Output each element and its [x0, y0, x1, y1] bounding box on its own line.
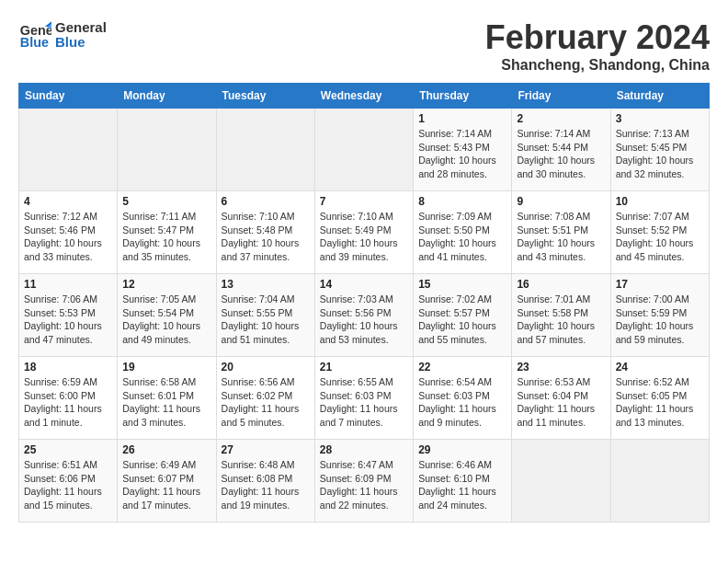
calendar-cell: 16Sunrise: 7:01 AMSunset: 5:58 PMDayligh…: [512, 274, 610, 357]
calendar-cell: 14Sunrise: 7:03 AMSunset: 5:56 PMDayligh…: [314, 274, 413, 357]
day-info: Sunrise: 6:53 AMSunset: 6:04 PMDaylight:…: [517, 375, 605, 430]
day-info: Sunrise: 6:52 AMSunset: 6:05 PMDaylight:…: [616, 375, 704, 430]
calendar-cell: [118, 109, 216, 191]
calendar-cell: 19Sunrise: 6:58 AMSunset: 6:01 PMDayligh…: [118, 357, 216, 440]
calendar-cell: 6Sunrise: 7:10 AMSunset: 5:48 PMDaylight…: [216, 191, 314, 274]
day-number: 3: [616, 112, 704, 125]
day-number: 21: [320, 361, 408, 373]
day-number: 17: [616, 278, 704, 291]
calendar-cell: 18Sunrise: 6:59 AMSunset: 6:00 PMDayligh…: [19, 357, 118, 440]
day-info: Sunrise: 6:58 AMSunset: 6:01 PMDaylight:…: [122, 375, 210, 430]
day-info: Sunrise: 7:00 AMSunset: 5:59 PMDaylight:…: [616, 293, 704, 347]
day-info: Sunrise: 6:59 AMSunset: 6:00 PMDaylight:…: [24, 375, 112, 430]
day-info: Sunrise: 7:10 AMSunset: 5:48 PMDaylight:…: [222, 210, 310, 264]
calendar-cell: 7Sunrise: 7:10 AMSunset: 5:49 PMDaylight…: [314, 191, 413, 274]
calendar-cell: [216, 109, 314, 191]
day-info: Sunrise: 7:09 AMSunset: 5:50 PMDaylight:…: [418, 210, 506, 264]
day-info: Sunrise: 7:02 AMSunset: 5:57 PMDaylight:…: [418, 293, 506, 347]
calendar-cell: 28Sunrise: 6:47 AMSunset: 6:09 PMDayligh…: [314, 440, 413, 523]
day-number: 24: [616, 361, 704, 373]
page-header: General Blue General Blue February 2024 …: [18, 18, 710, 74]
calendar-cell: 17Sunrise: 7:00 AMSunset: 5:59 PMDayligh…: [610, 274, 709, 357]
logo: General Blue General Blue: [18, 18, 107, 52]
calendar-cell: 26Sunrise: 6:49 AMSunset: 6:07 PMDayligh…: [118, 440, 216, 523]
day-number: 12: [122, 278, 210, 291]
day-number: 27: [222, 443, 310, 456]
day-number: 19: [122, 361, 210, 373]
calendar-cell: [314, 109, 413, 191]
day-info: Sunrise: 6:55 AMSunset: 6:03 PMDaylight:…: [320, 375, 408, 430]
weekday-header-row: SundayMondayTuesdayWednesdayThursdayFrid…: [19, 84, 710, 109]
calendar-cell: 21Sunrise: 6:55 AMSunset: 6:03 PMDayligh…: [314, 357, 413, 440]
calendar-cell: 20Sunrise: 6:56 AMSunset: 6:02 PMDayligh…: [216, 357, 314, 440]
day-info: Sunrise: 7:01 AMSunset: 5:58 PMDaylight:…: [517, 293, 605, 347]
day-number: 5: [122, 195, 210, 208]
day-info: Sunrise: 7:12 AMSunset: 5:46 PMDaylight:…: [24, 210, 112, 264]
calendar-cell: 24Sunrise: 6:52 AMSunset: 6:05 PMDayligh…: [610, 357, 709, 440]
calendar-cell: 25Sunrise: 6:51 AMSunset: 6:06 PMDayligh…: [19, 440, 118, 523]
calendar-cell: [512, 440, 610, 523]
day-info: Sunrise: 6:47 AMSunset: 6:09 PMDaylight:…: [320, 458, 408, 512]
calendar-cell: 9Sunrise: 7:08 AMSunset: 5:51 PMDaylight…: [512, 191, 610, 274]
week-row-1: 1Sunrise: 7:14 AMSunset: 5:43 PMDaylight…: [19, 109, 710, 191]
calendar-cell: 10Sunrise: 7:07 AMSunset: 5:52 PMDayligh…: [610, 191, 709, 274]
day-number: 18: [24, 361, 112, 373]
calendar-cell: 12Sunrise: 7:05 AMSunset: 5:54 PMDayligh…: [118, 274, 216, 357]
weekday-saturday: Saturday: [610, 84, 709, 109]
day-number: 9: [517, 195, 605, 208]
day-number: 13: [222, 278, 310, 291]
day-number: 6: [222, 195, 310, 208]
day-info: Sunrise: 7:07 AMSunset: 5:52 PMDaylight:…: [616, 210, 704, 264]
day-number: 25: [24, 443, 112, 456]
day-info: Sunrise: 6:48 AMSunset: 6:08 PMDaylight:…: [222, 458, 310, 512]
day-info: Sunrise: 7:13 AMSunset: 5:45 PMDaylight:…: [616, 127, 704, 181]
day-number: 1: [418, 112, 506, 125]
svg-text:Blue: Blue: [20, 35, 49, 50]
calendar-cell: 5Sunrise: 7:11 AMSunset: 5:47 PMDaylight…: [118, 191, 216, 274]
page-subtitle: Shancheng, Shandong, China: [485, 57, 710, 74]
day-number: 10: [616, 195, 704, 208]
logo-blue: Blue: [55, 35, 107, 51]
calendar-cell: 11Sunrise: 7:06 AMSunset: 5:53 PMDayligh…: [19, 274, 118, 357]
calendar-cell: 27Sunrise: 6:48 AMSunset: 6:08 PMDayligh…: [216, 440, 314, 523]
day-number: 22: [418, 361, 506, 373]
day-number: 28: [320, 443, 408, 456]
weekday-monday: Monday: [118, 84, 216, 109]
day-info: Sunrise: 6:46 AMSunset: 6:10 PMDaylight:…: [418, 458, 506, 512]
weekday-friday: Friday: [512, 84, 610, 109]
calendar-cell: 1Sunrise: 7:14 AMSunset: 5:43 PMDaylight…: [414, 109, 512, 191]
day-info: Sunrise: 6:51 AMSunset: 6:06 PMDaylight:…: [24, 458, 112, 512]
calendar-cell: 29Sunrise: 6:46 AMSunset: 6:10 PMDayligh…: [414, 440, 512, 523]
day-number: 20: [222, 361, 310, 373]
week-row-2: 4Sunrise: 7:12 AMSunset: 5:46 PMDaylight…: [19, 191, 710, 274]
day-number: 26: [122, 443, 210, 456]
day-number: 23: [517, 361, 605, 373]
day-info: Sunrise: 6:49 AMSunset: 6:07 PMDaylight:…: [122, 458, 210, 512]
day-number: 16: [517, 278, 605, 291]
calendar-cell: 4Sunrise: 7:12 AMSunset: 5:46 PMDaylight…: [19, 191, 118, 274]
calendar-body: 1Sunrise: 7:14 AMSunset: 5:43 PMDaylight…: [19, 109, 710, 523]
day-number: 7: [320, 195, 408, 208]
calendar-cell: 3Sunrise: 7:13 AMSunset: 5:45 PMDaylight…: [610, 109, 709, 191]
week-row-3: 11Sunrise: 7:06 AMSunset: 5:53 PMDayligh…: [19, 274, 710, 357]
day-info: Sunrise: 6:54 AMSunset: 6:03 PMDaylight:…: [418, 375, 506, 430]
week-row-5: 25Sunrise: 6:51 AMSunset: 6:06 PMDayligh…: [19, 440, 710, 523]
day-number: 11: [24, 278, 112, 291]
day-number: 4: [24, 195, 112, 208]
calendar-cell: 8Sunrise: 7:09 AMSunset: 5:50 PMDaylight…: [414, 191, 512, 274]
page-title: February 2024: [485, 18, 710, 57]
weekday-wednesday: Wednesday: [314, 84, 413, 109]
calendar-cell: 23Sunrise: 6:53 AMSunset: 6:04 PMDayligh…: [512, 357, 610, 440]
day-info: Sunrise: 7:14 AMSunset: 5:43 PMDaylight:…: [418, 127, 506, 181]
day-info: Sunrise: 7:08 AMSunset: 5:51 PMDaylight:…: [517, 210, 605, 264]
calendar-cell: [610, 440, 709, 523]
day-info: Sunrise: 7:04 AMSunset: 5:55 PMDaylight:…: [222, 293, 310, 347]
day-info: Sunrise: 6:56 AMSunset: 6:02 PMDaylight:…: [222, 375, 310, 430]
day-info: Sunrise: 7:11 AMSunset: 5:47 PMDaylight:…: [122, 210, 210, 264]
day-number: 15: [418, 278, 506, 291]
day-info: Sunrise: 7:06 AMSunset: 5:53 PMDaylight:…: [24, 293, 112, 347]
day-info: Sunrise: 7:03 AMSunset: 5:56 PMDaylight:…: [320, 293, 408, 347]
calendar-table: SundayMondayTuesdayWednesdayThursdayFrid…: [18, 83, 710, 523]
logo-icon: General Blue: [18, 18, 51, 52]
title-area: February 2024 Shancheng, Shandong, China: [485, 18, 710, 74]
